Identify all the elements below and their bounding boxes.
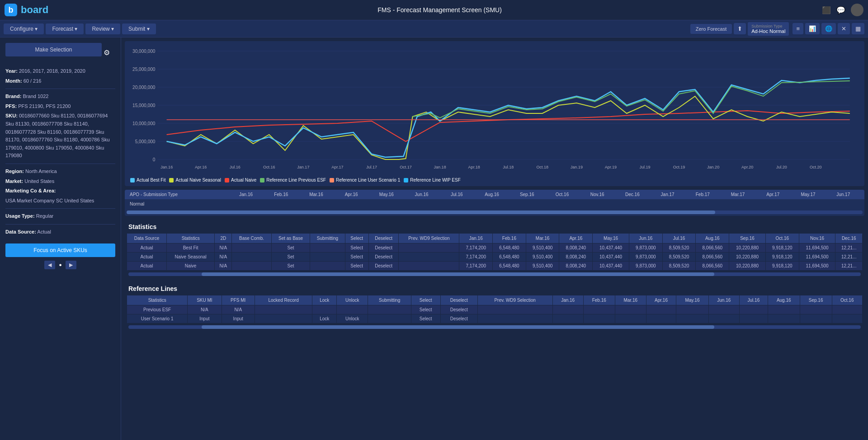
- svg-text:Jan.16: Jan.16: [160, 165, 173, 169]
- table-cell[interactable]: Input: [188, 314, 222, 323]
- apo-col-jun17: Jun.17: [826, 192, 861, 197]
- apo-val-12: [615, 201, 650, 207]
- apo-val-10: [545, 201, 580, 207]
- statistics-title: Statistics: [127, 223, 863, 230]
- svg-text:Jan.17: Jan.17: [297, 165, 309, 169]
- submission-type-value[interactable]: Ad-Hoc Normal: [751, 28, 785, 34]
- monitor-icon[interactable]: ⬛: [822, 6, 831, 14]
- forecast-menu[interactable]: Forecast ▾: [46, 23, 84, 34]
- make-selection-button[interactable]: Make Selection: [5, 43, 102, 56]
- table-cell: [615, 314, 646, 323]
- table-cell: [310, 243, 345, 253]
- table-cell[interactable]: Input: [222, 314, 255, 323]
- table-cell: 12,21...: [835, 253, 863, 262]
- svg-text:Oct.18: Oct.18: [536, 165, 548, 169]
- table-cell: Naive: [166, 262, 214, 271]
- table-cell: [646, 305, 676, 314]
- focus-active-skus-button[interactable]: Focus on Active SKUs: [5, 243, 115, 257]
- zero-forecast-button[interactable]: Zero Forecast: [690, 24, 732, 34]
- chart-legend: Actual Best Fit Actual Naive Seasonal Ac…: [130, 174, 859, 184]
- settings-icon[interactable]: ✕: [838, 23, 850, 34]
- table-cell: 8,509,520: [662, 262, 696, 271]
- legend-label-actual-naive-seasonal: Actual Naive Seasonal: [175, 178, 221, 183]
- sidebar-info: Year: 2016, 2017, 2018, 2019, 2020 Month…: [5, 67, 115, 236]
- table-cell[interactable]: [312, 305, 337, 314]
- upload-icon[interactable]: ⬆: [734, 23, 746, 34]
- legend-label-actual-best-fit: Actual Best Fit: [137, 178, 165, 183]
- apo-row-label: Normal: [128, 201, 228, 207]
- table-cell[interactable]: Unlock: [337, 314, 368, 323]
- table-cell[interactable]: Select: [411, 314, 440, 323]
- table-cell[interactable]: Select: [411, 305, 440, 314]
- table-cell: [399, 243, 459, 253]
- stats-col-statistics: Statistics: [166, 234, 214, 243]
- marketing-value: USA Market Company SC United States: [5, 197, 115, 205]
- table-cell[interactable]: N/A: [222, 305, 255, 314]
- apo-val-8: [474, 201, 509, 207]
- table-cell: 11,694,500: [799, 253, 835, 262]
- apo-col-apr17: Apr.17: [755, 192, 791, 197]
- pfs-value: PFS 21190, PFS 21200: [18, 103, 71, 109]
- review-menu[interactable]: Review ▾: [85, 23, 120, 34]
- table-cell: 9,918,120: [765, 243, 799, 253]
- table-cell[interactable]: [337, 305, 368, 314]
- statistics-table: Data Source Statistics 2D Base Comb. Set…: [127, 233, 863, 271]
- table-cell[interactable]: Lock: [312, 314, 337, 323]
- apo-col-mar16: Mar.16: [299, 192, 334, 197]
- table-cell: 12,21...: [835, 262, 863, 271]
- table-cell[interactable]: Deselect: [368, 262, 399, 271]
- ref-col-unlock: Unlock: [337, 295, 368, 305]
- table-cell[interactable]: Deselect: [368, 253, 399, 262]
- content-area: 30,000,000 25,000,000 20,000,000 15,000,…: [121, 37, 868, 440]
- table-cell[interactable]: Select: [345, 253, 368, 262]
- usage-label: Usage Type:: [5, 213, 35, 219]
- submit-menu[interactable]: Submit ▾: [122, 23, 156, 34]
- table-cell[interactable]: Deselect: [440, 305, 477, 314]
- brand-value: Brand 1022: [23, 94, 49, 99]
- table-cell: 7,174,200: [459, 253, 493, 262]
- filter-icon[interactable]: ≡: [793, 23, 803, 34]
- apo-col-jan16: Jan.16: [228, 192, 264, 197]
- sku-label: SKU:: [5, 113, 18, 118]
- apo-scrollbar[interactable]: [127, 211, 863, 214]
- table-cell: 10,220,880: [729, 243, 766, 253]
- grid-icon[interactable]: ▦: [852, 23, 864, 34]
- globe-icon[interactable]: 🌐: [821, 23, 836, 34]
- svg-text:Jul.17: Jul.17: [366, 165, 377, 169]
- next-page-button[interactable]: ▶: [66, 261, 76, 269]
- table-cell: [477, 314, 552, 323]
- ref-scrollbar[interactable]: [128, 325, 861, 329]
- avatar[interactable]: [851, 4, 863, 16]
- table-cell[interactable]: Deselect: [440, 314, 477, 323]
- table-cell: [399, 253, 459, 262]
- table-cell[interactable]: Select: [345, 262, 368, 271]
- stats-scrollbar[interactable]: [128, 272, 861, 276]
- table-cell: [583, 305, 615, 314]
- legend-label-ref-wip-esf: Reference Line WIP ESF: [410, 178, 461, 183]
- chart-icon[interactable]: 📊: [805, 23, 820, 34]
- table-cell: [676, 314, 708, 323]
- legend-dot-actual-naive: [225, 178, 229, 183]
- table-cell: [708, 314, 739, 323]
- table-cell: Actual: [127, 253, 167, 262]
- table-cell: [768, 314, 800, 323]
- table-cell: 7,174,200: [459, 243, 493, 253]
- selection-settings-icon[interactable]: ⚙: [104, 48, 110, 57]
- prev-page-button[interactable]: ◀: [44, 261, 55, 269]
- configure-menu[interactable]: Configure ▾: [4, 23, 44, 34]
- apo-val-6: [404, 201, 439, 207]
- svg-text:Jul.16: Jul.16: [230, 165, 241, 169]
- ref-col-prev-wd9: Prev. WD9 Selection: [477, 295, 552, 305]
- table-cell[interactable]: Deselect: [368, 243, 399, 253]
- table-cell: [739, 305, 768, 314]
- table-cell[interactable]: Select: [345, 243, 368, 253]
- logo-b: b: [5, 4, 17, 16]
- table-cell: [255, 314, 312, 323]
- usage-value: Regular: [36, 213, 54, 219]
- table-cell[interactable]: N/A: [188, 305, 222, 314]
- table-cell: [310, 253, 345, 262]
- month-value: 60 / 216: [24, 78, 42, 84]
- table-cell: [800, 314, 832, 323]
- chat-icon[interactable]: 💬: [836, 6, 845, 14]
- apo-val-4: [334, 201, 369, 207]
